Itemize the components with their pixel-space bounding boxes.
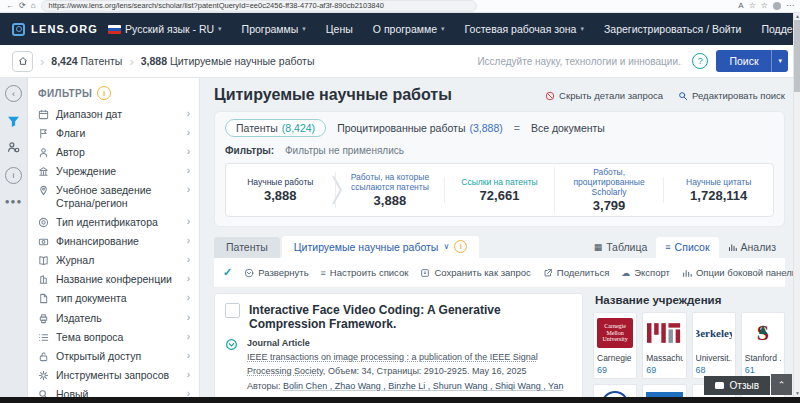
- nav-item-pricing[interactable]: Цены: [316, 13, 363, 45]
- sidebar-item-structured-search[interactable]: Новый структурированный поиск ›: [38, 388, 190, 397]
- url-bar[interactable]: https://www.lens.org/lens/search/scholar…: [41, 0, 477, 12]
- lens-brand[interactable]: LENS.ORG: [12, 23, 98, 36]
- info-icon[interactable]: i: [5, 167, 22, 184]
- info-icon[interactable]: i: [454, 240, 467, 253]
- scrollbar-thumb[interactable]: [794, 20, 800, 92]
- info-icon[interactable]: i: [97, 86, 111, 100]
- tab-cited-scholarly-works[interactable]: Цитируемые научные работы ∨ i: [282, 236, 479, 258]
- subtab-all-documents[interactable]: Все документы: [531, 122, 605, 134]
- institution-card-cmu[interactable]: Carnegie Mellon University Carnegie ... …: [593, 312, 637, 379]
- scrollbar-up-arrow[interactable]: ▲: [794, 13, 800, 19]
- query-links: Скрыть детали запроса Редактировать поис…: [545, 90, 785, 101]
- stat-scholarly-cited[interactable]: Работы, процитированные Scholarly 3,799: [554, 167, 664, 214]
- institution-count[interactable]: 69: [597, 365, 633, 375]
- institution-card-stanford[interactable]: S Stanford ... 61: [741, 312, 785, 379]
- stat-scholarly-works[interactable]: Научные работы 3,888: [226, 177, 335, 203]
- stat-value: 3,888: [232, 188, 329, 203]
- analysis-panel-options-button[interactable]: Опции боковой панели анализа Новый: [682, 266, 800, 279]
- more-options-icon[interactable]: ●●●: [5, 197, 23, 206]
- edit-search-link[interactable]: Редактировать поиск: [678, 90, 785, 101]
- sidebar-item-label: тип документа: [56, 292, 177, 305]
- sidebar-item-conference-name[interactable]: Название конференции ›: [38, 273, 190, 286]
- mit-logo-icon: [647, 323, 681, 343]
- stanford-logo: S: [745, 316, 781, 350]
- article-checkbox[interactable]: [225, 303, 240, 318]
- star-icon[interactable]: ☆: [749, 2, 756, 10]
- breadcrumb-bar: › 8,424 Патенты › 3,888 Цитируемые научн…: [0, 45, 800, 78]
- sidebar-item-label: Тема вопроса: [56, 331, 177, 344]
- people-settings-icon[interactable]: [7, 141, 20, 154]
- home-icon[interactable]: ⌂: [31, 2, 36, 10]
- refresh-icon[interactable]: ⟳: [19, 2, 26, 10]
- sidebar-item-identifier-type[interactable]: Тип идентификатора ›: [38, 216, 190, 229]
- sidebar-item-date-range[interactable]: Диапазон дат ›: [38, 108, 190, 121]
- save-query-button[interactable]: Сохранить как запрос: [420, 267, 530, 278]
- article-meta: Journal Article IEEE transactions on ima…: [247, 338, 572, 403]
- breadcrumb-cited-works[interactable]: 3,888 Цитируемые научные работы: [141, 55, 315, 67]
- sidebar-item-label: Журнал: [56, 254, 177, 267]
- page-scrollbar[interactable]: ▲ ▼: [793, 13, 800, 397]
- share-button[interactable]: Поделиться: [543, 267, 609, 278]
- stat-label: Научные цитаты: [670, 177, 767, 187]
- institution-count[interactable]: 68: [696, 365, 732, 375]
- sidebar-item-open-access[interactable]: Открытый доступ ›: [38, 350, 190, 363]
- stat-scholarly-citations[interactable]: Научные цитаты 1,728,114: [663, 177, 773, 203]
- collapse-sidebar-button[interactable]: ‹: [5, 85, 22, 102]
- stat-works-cited-by-patents[interactable]: Работы, на которые ссылаются патенты 3,8…: [335, 172, 445, 208]
- help-icon[interactable]: ?: [692, 53, 708, 69]
- export-button[interactable]: ☁ Экспорт: [621, 267, 670, 278]
- sidebar-item-publisher[interactable]: Издатель ›: [38, 312, 190, 325]
- tab-table-view[interactable]: ▦ Таблица: [585, 237, 657, 258]
- select-all-check-icon[interactable]: ✓: [223, 266, 232, 279]
- institution-card-mit[interactable]: Massachu... 69: [642, 312, 686, 379]
- configure-list-button[interactable]: ≡ Настроить список: [321, 267, 409, 278]
- sidebar-item-query-tools[interactable]: Инструменты запросов ›: [38, 369, 190, 382]
- subtab-cited-works[interactable]: Процитированные работы (3,888): [337, 122, 503, 134]
- institution-card-berkeley[interactable]: Berkeley Universit... 68: [692, 312, 736, 379]
- search-button[interactable]: Поиск ▾: [716, 50, 788, 72]
- chevron-down-icon[interactable]: ▾: [771, 50, 788, 72]
- sidebar-item-author[interactable]: Автор ›: [38, 146, 190, 159]
- scroll-top-button[interactable]: ⌃: [771, 374, 792, 395]
- stat-patent-citations[interactable]: Ссылки на патенты 72,661: [444, 177, 554, 203]
- favorites-icon[interactable]: ☆: [761, 2, 768, 10]
- profile-avatar[interactable]: [773, 2, 781, 10]
- scrollbar-down-arrow[interactable]: ▼: [794, 390, 800, 396]
- subtab-patents[interactable]: Патенты (8,424): [225, 119, 326, 137]
- hide-query-details-link[interactable]: Скрыть детали запроса: [545, 90, 663, 101]
- tab-list-view[interactable]: ≡ Список: [656, 237, 718, 258]
- sidebar-item-country-region[interactable]: Учебное заведение Страна/регион ›: [38, 184, 190, 209]
- sidebar-item-journal[interactable]: Журнал ›: [38, 254, 190, 267]
- tab-analysis-view[interactable]: Анализ: [719, 237, 785, 258]
- breadcrumb-home-button[interactable]: [12, 51, 33, 72]
- filter-funnel-icon[interactable]: [7, 115, 20, 128]
- expand-circle-icon[interactable]: [225, 338, 238, 351]
- flag-icon: [38, 128, 49, 139]
- back-icon[interactable]: ←: [6, 2, 14, 10]
- nav-item-language[interactable]: Русский язык - RU ▾: [98, 13, 232, 45]
- expand-button[interactable]: Развернуть: [244, 267, 308, 278]
- institution-count[interactable]: 69: [646, 365, 682, 375]
- sidebar-item-document-type[interactable]: тип документа ›: [38, 292, 190, 305]
- tab-patents[interactable]: Патенты: [214, 237, 280, 258]
- sidebar-item-institution[interactable]: Учреждение ›: [38, 165, 190, 178]
- breadcrumb-separator: ›: [40, 54, 44, 69]
- chevron-right-icon: ›: [187, 312, 190, 324]
- institution-name: Carnegie ...: [597, 353, 633, 363]
- brand-text: LENS.ORG: [31, 23, 98, 35]
- zoom-text-icon[interactable]: A: [738, 2, 743, 10]
- nav-item-signin[interactable]: Зарегистрироваться / Войти: [594, 13, 751, 45]
- sidebar-item-funding[interactable]: Финансирование ›: [38, 235, 190, 248]
- unlock-icon: [38, 351, 49, 362]
- nav-item-guest-workspace[interactable]: Гостевая рабочая зона ▾: [455, 13, 594, 45]
- sidebar-item-subject[interactable]: Тема вопроса ›: [38, 331, 190, 344]
- sidebar-item-label: Автор: [56, 146, 177, 159]
- article-title[interactable]: Interactive Face Video Coding: A Generat…: [249, 303, 572, 331]
- sidebar-item-flags[interactable]: Флаги ›: [38, 127, 190, 140]
- global-search-input[interactable]: [475, 55, 684, 68]
- menu-dots-icon[interactable]: ⋯: [786, 2, 794, 10]
- feedback-button[interactable]: Отзыв: [704, 376, 770, 395]
- nav-item-about[interactable]: О программе ▾: [363, 13, 455, 45]
- nav-item-apps[interactable]: Программы ▾: [232, 13, 316, 45]
- breadcrumb-patents[interactable]: 8,424 Патенты: [51, 55, 122, 67]
